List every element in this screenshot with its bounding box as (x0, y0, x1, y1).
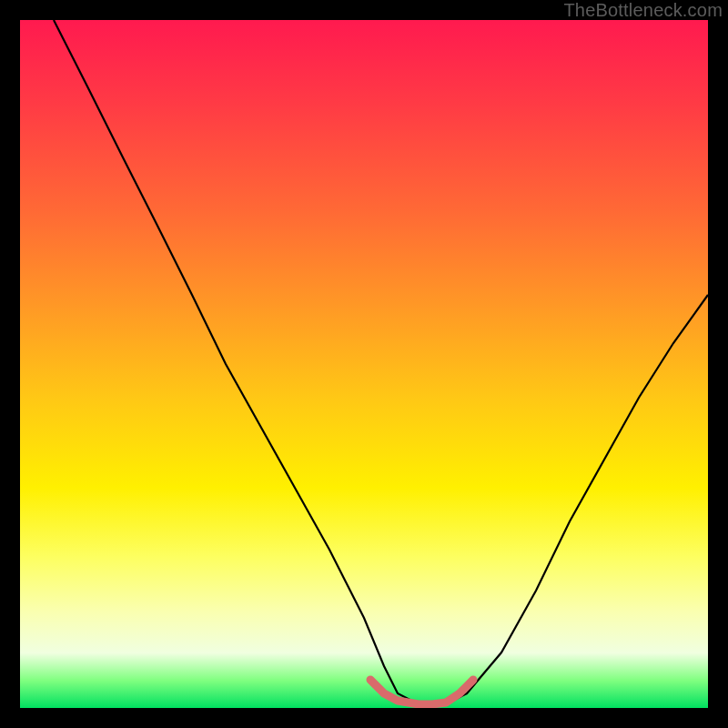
bottleneck-curve-line (54, 20, 708, 704)
optimal-zone-highlight-line (370, 680, 473, 704)
chart-svg (20, 20, 708, 708)
chart-plot-area (20, 20, 708, 708)
watermark-text: TheBottleneck.com (563, 0, 723, 21)
